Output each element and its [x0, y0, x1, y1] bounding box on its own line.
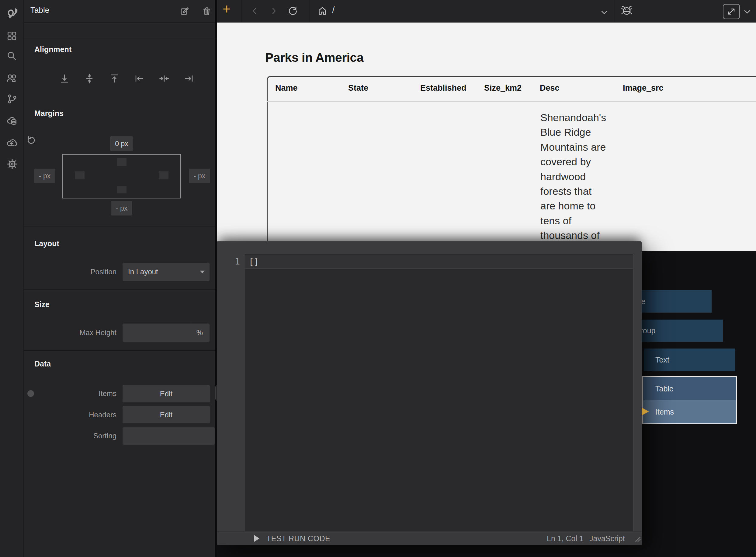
divider: [241, 0, 242, 22]
align-left-icon[interactable]: [134, 74, 145, 84]
position-dropdown[interactable]: In Layout: [123, 263, 210, 281]
add-component-button[interactable]: +: [223, 1, 231, 17]
headers-edit-button[interactable]: Edit: [123, 406, 210, 423]
divider: [24, 226, 215, 227]
home-icon[interactable]: [317, 6, 327, 16]
table-header-state: State: [348, 83, 368, 93]
desc-line: hardwood: [540, 169, 613, 184]
align-top-icon[interactable]: [109, 74, 120, 84]
app-canvas[interactable]: Parks in America Name State Established …: [217, 23, 756, 251]
code-area[interactable]: []: [245, 254, 633, 531]
table-header-desc: Desc: [540, 83, 560, 93]
code-content: []: [249, 257, 259, 267]
desc-line: Mountains are: [540, 140, 613, 154]
chevron-down-icon: [200, 271, 204, 273]
outline-item-text[interactable]: Text: [644, 349, 735, 371]
divider: [24, 22, 215, 23]
desc-line: covered by: [540, 154, 613, 169]
margin-left-input[interactable]: - px: [34, 169, 55, 183]
margin-top-input[interactable]: 0 px: [110, 136, 133, 151]
desc-line: Shenandoah's: [540, 110, 613, 125]
margin-left-handle[interactable]: [75, 171, 85, 179]
layout-section-label: Layout: [34, 239, 59, 248]
users-icon[interactable]: [6, 73, 17, 84]
outline-item-label: Items: [655, 408, 674, 416]
editor-gutter: 1: [217, 254, 245, 531]
table-header-underline: [267, 101, 756, 102]
outline-item-table[interactable]: Table: [643, 377, 736, 400]
divider: [24, 350, 215, 351]
size-section-label: Size: [34, 300, 50, 309]
selected-component-title: Table: [30, 5, 49, 15]
outline-item-label: Table: [655, 384, 673, 393]
align-center-vertical-icon[interactable]: [84, 74, 95, 84]
cloud-functions-icon[interactable]: [6, 137, 17, 148]
left-icon-rail: [0, 0, 24, 557]
max-height-label: Max Height: [24, 328, 117, 337]
table-header-image-src: Image_src: [623, 83, 664, 93]
desc-line: tens of: [540, 213, 613, 228]
table-header-size-km2: Size_km2: [484, 83, 522, 93]
git-branch-icon[interactable]: [6, 93, 17, 105]
panel-canvas-gap: [215, 0, 217, 557]
margin-top-handle[interactable]: [117, 158, 127, 166]
outline-selected-group: Table Items: [642, 376, 737, 424]
language-selector[interactable]: JavaScript: [589, 534, 625, 543]
align-center-horizontal-icon[interactable]: [159, 74, 169, 84]
component-settings-panel: Table Alignment: [24, 0, 215, 557]
alignment-section-label: Alignment: [34, 45, 71, 54]
debug-bug-icon[interactable]: [620, 4, 633, 17]
breadcrumb-path: /: [332, 5, 335, 15]
app-logo-icon[interactable]: [6, 6, 17, 17]
data-section-label: Data: [34, 359, 51, 368]
desc-line: Blue Ridge: [540, 125, 613, 139]
settings-gear-icon[interactable]: [6, 158, 17, 169]
back-chevron-icon[interactable]: [251, 7, 259, 15]
grid-dashboard-icon[interactable]: [6, 30, 17, 41]
margin-bottom-input[interactable]: - px: [111, 201, 132, 215]
outline-item-items[interactable]: Items: [643, 400, 736, 423]
items-edit-button[interactable]: Edit: [123, 385, 210, 402]
app-builder-window: Table Alignment: [0, 0, 756, 557]
divider: [24, 37, 215, 37]
editor-bottom-bar: TEST RUN CODE Ln 1, Col 1 JavaScript: [217, 531, 642, 545]
resize-handle-icon[interactable]: [635, 534, 641, 543]
items-pointer-arrow-icon: [642, 408, 649, 415]
max-height-input[interactable]: [123, 324, 193, 342]
canvas-text-component[interactable]: Parks in America: [265, 51, 364, 65]
items-label: Items: [24, 389, 117, 398]
search-icon[interactable]: [6, 51, 17, 61]
items-code-editor-modal: 1 [] TEST RUN CODE Ln 1, Col 1 JavaScrip…: [217, 241, 642, 545]
rename-component-icon[interactable]: [180, 7, 189, 16]
sorting-input[interactable]: [123, 427, 215, 445]
align-right-icon[interactable]: [184, 74, 194, 84]
forward-chevron-icon[interactable]: [270, 7, 278, 15]
play-icon[interactable]: [254, 535, 259, 542]
margins-section-label: Margins: [34, 109, 64, 118]
reset-margins-icon[interactable]: [27, 136, 36, 145]
menu-chevron-icon[interactable]: [743, 7, 752, 17]
divider: [615, 0, 615, 22]
table-header-name: Name: [275, 83, 298, 93]
delete-component-icon[interactable]: [202, 7, 211, 16]
cloud-database-icon[interactable]: [6, 115, 17, 126]
desc-line: forests that: [540, 184, 613, 199]
table-cell-desc: Shenandoah's Blue Ridge Mountains are co…: [540, 110, 613, 243]
table-header-established: Established: [420, 83, 467, 93]
align-bottom-icon[interactable]: [59, 74, 70, 84]
viewport-chevron-icon[interactable]: [600, 8, 609, 17]
refresh-icon[interactable]: [288, 6, 298, 16]
margin-right-handle[interactable]: [159, 171, 168, 179]
sorting-label: Sorting: [24, 432, 117, 440]
position-value: In Layout: [128, 268, 158, 276]
test-run-code-button[interactable]: TEST RUN CODE: [266, 534, 330, 543]
margin-bottom-handle[interactable]: [117, 186, 127, 193]
outline-item-label: Text: [655, 355, 669, 364]
max-height-unit[interactable]: %: [190, 324, 210, 342]
cursor-position: Ln 1, Col 1: [547, 534, 584, 543]
expand-preview-button[interactable]: [723, 4, 740, 19]
position-label: Position: [24, 268, 117, 276]
margin-right-input[interactable]: - px: [189, 169, 210, 183]
current-line-highlight: []: [245, 255, 633, 269]
divider: [310, 0, 310, 22]
